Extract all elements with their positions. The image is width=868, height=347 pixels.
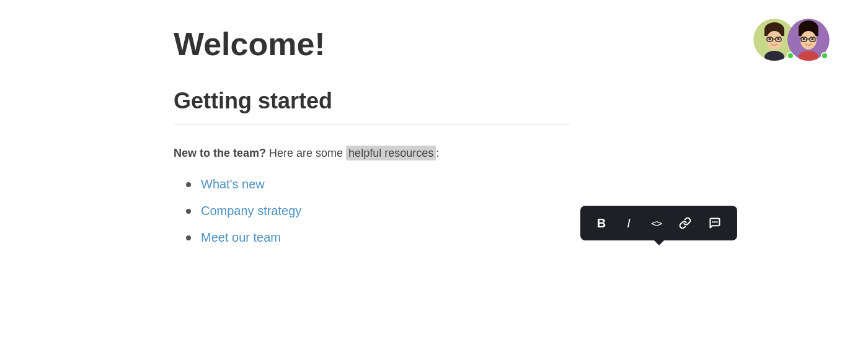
resource-link-3[interactable]: Meet our team: [201, 231, 281, 245]
bullet-2: [186, 209, 191, 214]
resource-link-1[interactable]: What's new: [201, 177, 265, 191]
code-button[interactable]: <>: [645, 212, 668, 234]
comment-icon: [709, 217, 721, 229]
svg-point-17: [803, 38, 805, 40]
list-item: Company strategy: [186, 204, 868, 218]
bullet-3: [186, 235, 191, 240]
comment-button[interactable]: [702, 212, 727, 234]
intro-paragraph: New to the team? Here are some helpful r…: [174, 144, 868, 162]
svg-point-18: [812, 38, 814, 40]
intro-text: Here are some: [269, 147, 346, 159]
svg-point-7: [769, 38, 771, 40]
list-item: What's new: [186, 177, 868, 191]
intro-end: :: [436, 147, 439, 159]
list-item: Meet our team: [186, 231, 868, 245]
avatar-2-status: [821, 52, 828, 59]
bullet-1: [186, 182, 191, 187]
intro-bold: New to the team?: [174, 147, 266, 159]
avatar-2[interactable]: [787, 19, 831, 62]
svg-point-13: [800, 31, 817, 50]
intro-highlight: helpful resources: [346, 146, 436, 160]
link-icon: [679, 217, 691, 229]
svg-point-3: [766, 31, 782, 50]
italic-button[interactable]: I: [618, 212, 640, 234]
section-title: Getting started: [174, 88, 570, 125]
avatars-container: [753, 19, 831, 62]
formatting-toolbar: B I <>: [580, 206, 737, 240]
content-area: New to the team? Here are some helpful r…: [174, 144, 868, 245]
page-content: Welcome! Getting started B I <>: [0, 0, 868, 245]
svg-point-8: [777, 38, 780, 40]
resource-list: What's new Company strategy Meet our tea…: [174, 177, 868, 245]
resource-link-2[interactable]: Company strategy: [201, 204, 301, 218]
bold-button[interactable]: B: [590, 212, 613, 234]
section-title-text: Getting started: [174, 88, 332, 113]
link-button[interactable]: [673, 212, 698, 234]
